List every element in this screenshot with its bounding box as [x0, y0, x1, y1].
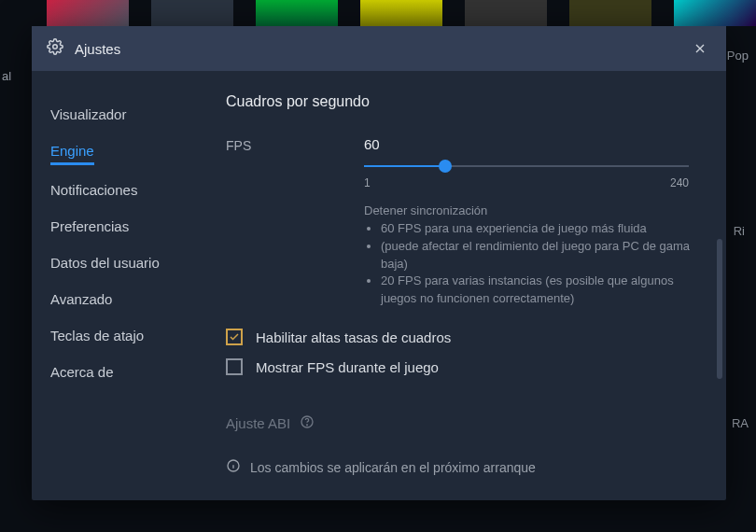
settings-sidebar: Visualizador Engine Notificaciones Prefe… — [32, 71, 215, 500]
svg-point-0 — [53, 45, 58, 49]
abi-setting: Ajuste ABI — [226, 414, 700, 432]
bg-label-al: al — [2, 69, 11, 83]
modal-title: Ajustes — [75, 41, 120, 57]
hint-item: 20 FPS para varias instancias (es posibl… — [381, 273, 700, 308]
settings-content: Cuadros por segundo FPS 60 1 240 D — [215, 71, 726, 500]
svg-point-2 — [307, 425, 308, 426]
sidebar-item-visualizador[interactable]: Visualizador — [50, 97, 126, 133]
hint-item: (puede afectar el rendimiento del juego … — [381, 238, 700, 273]
sidebar-item-preferencias[interactable]: Preferencias — [50, 209, 129, 245]
checkbox-show-fps[interactable]: Mostrar FPS durante el juego — [226, 358, 700, 375]
bg-label-pop: Pop — [727, 49, 749, 63]
fps-label: FPS — [226, 136, 364, 308]
hint-item: 60 FPS para una experiencia de juego más… — [381, 220, 700, 238]
checkbox-high-fps[interactable]: Habilitar altas tasas de cuadros — [226, 329, 700, 345]
info-icon — [226, 458, 241, 476]
sidebar-item-engine[interactable]: Engine — [50, 133, 94, 165]
modal-titlebar: Ajustes — [32, 26, 726, 71]
fps-value: 60 — [364, 136, 700, 152]
fps-slider[interactable] — [364, 158, 689, 175]
sidebar-item-avanzado[interactable]: Avanzado — [50, 282, 112, 318]
help-icon[interactable] — [300, 414, 315, 432]
fps-max: 240 — [670, 176, 689, 189]
checkbox-label: Mostrar FPS durante el juego — [256, 359, 439, 375]
bg-label-ra: RA — [732, 416, 749, 430]
settings-modal: Ajustes Visualizador Engine Notificacion… — [32, 26, 726, 500]
hint-heading: Detener sincronización — [364, 203, 700, 220]
sidebar-item-teclas-atajo[interactable]: Teclas de atajo — [50, 318, 144, 355]
bg-label-ri: Ri — [734, 224, 745, 238]
section-title: Cuadros por segundo — [226, 93, 700, 110]
abi-label: Ajuste ABI — [226, 415, 290, 431]
checkbox-icon — [226, 358, 243, 375]
checkbox-icon — [226, 329, 243, 345]
notice-text: Los cambios se aplicarán en el próximo a… — [250, 460, 536, 475]
gear-icon — [47, 38, 63, 59]
fps-min: 1 — [364, 176, 371, 189]
checkbox-label: Habilitar altas tasas de cuadros — [256, 329, 451, 345]
fps-hints: Detener sincronización 60 FPS para una e… — [364, 203, 700, 308]
sidebar-item-notificaciones[interactable]: Notificaciones — [50, 173, 137, 209]
content-scrollbar[interactable] — [717, 239, 722, 379]
sidebar-item-acerca-de[interactable]: Acerca de — [50, 355, 114, 391]
restart-notice: Los cambios se aplicarán en el próximo a… — [226, 458, 700, 476]
close-button[interactable] — [689, 37, 711, 60]
sidebar-item-datos-usuario[interactable]: Datos del usuario — [50, 245, 160, 282]
